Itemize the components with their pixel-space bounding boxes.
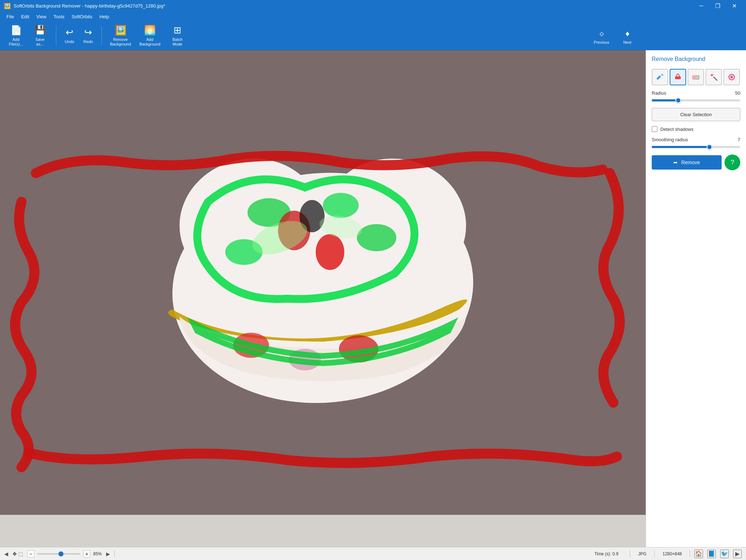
eraser-brush-tool-button[interactable] — [670, 69, 686, 85]
zoom-controls: − + 85% — [27, 550, 102, 557]
menu-edit[interactable]: Edit — [18, 13, 33, 21]
save-as-button[interactable]: 💾 Save as... — [28, 24, 52, 48]
zoom-out-button[interactable]: − — [27, 550, 34, 557]
facebook-icon-button[interactable]: 📘 — [707, 550, 716, 558]
app-icon: 🖼️ — [4, 3, 11, 9]
title-bar: 🖼️ SoftOrbits Background Remover - happy… — [0, 0, 746, 11]
redo-button[interactable]: ↪ Redo — [79, 24, 97, 48]
smoothing-radius-value: 7 — [730, 137, 740, 142]
svg-line-19 — [714, 77, 717, 80]
close-button[interactable]: ✕ — [726, 0, 742, 11]
tool-buttons-row — [652, 69, 740, 85]
previous-icon: ⬦ — [599, 27, 605, 39]
previous-label: Previous — [594, 40, 609, 44]
restore-button[interactable]: ❐ — [709, 0, 726, 11]
home-icon-button[interactable]: 🏠 — [694, 550, 703, 558]
clear-selection-button[interactable]: Clear Selection — [652, 108, 740, 121]
scroll-right-button[interactable]: ▶ — [106, 551, 110, 557]
remove-button[interactable]: ➡ Remove — [652, 155, 722, 170]
next-button[interactable]: ⬧ Next — [615, 24, 640, 48]
svg-point-9 — [315, 234, 344, 270]
scroll-left-button[interactable]: ◀ — [4, 551, 8, 557]
batch-mode-button[interactable]: ⊞ Batch Mode — [165, 24, 190, 48]
menu-file[interactable]: File — [3, 13, 18, 21]
remove-background-icon: 🖼️ — [115, 25, 126, 36]
detect-shadows-checkbox[interactable] — [652, 126, 657, 132]
dimensions-display: 1280×848 — [662, 551, 682, 556]
zoom-in-icon: + — [85, 551, 88, 557]
youtube-icon-button[interactable]: ▶ — [733, 550, 742, 558]
add-files-button[interactable]: 📄 Add File(s)... — [4, 24, 28, 48]
next-label: Next — [623, 40, 632, 44]
status-right: Time (s): 0.9 JPG 1280×848 🏠 📘 🐦 ▶ — [594, 550, 742, 558]
status-separator-1 — [114, 550, 115, 557]
radius-slider-section: Radius 50 — [652, 90, 740, 103]
radius-slider-fill — [652, 99, 678, 101]
radius-slider-thumb[interactable] — [675, 98, 681, 103]
batch-mode-label: Batch Mode — [172, 37, 182, 47]
help-icon: ? — [731, 159, 734, 166]
panel-title: Remove Background — [652, 56, 740, 62]
remove-row: ➡ Remove ? — [652, 155, 740, 170]
save-as-label: Save as... — [35, 37, 44, 47]
radius-label: Radius — [652, 90, 666, 96]
menu-tools[interactable]: Tools — [50, 13, 68, 21]
status-bar: ◀ ✥ ⬚ − + 85% ▶ Time (s): 0.9 JPG 1280×8… — [0, 547, 746, 560]
svg-point-22 — [731, 76, 733, 78]
eraser-tool-button[interactable] — [688, 69, 704, 85]
canvas-bottom-strip — [0, 515, 646, 547]
twitter-icon-button[interactable]: 🐦 — [720, 550, 729, 558]
add-background-button[interactable]: 🌅 Add Background — [136, 24, 164, 48]
format-display: JPG — [638, 551, 646, 556]
toolbar-separator-1 — [56, 26, 56, 46]
main-content: Remove Background Radius 50 — [0, 50, 746, 547]
canvas-area[interactable] — [0, 50, 646, 547]
add-files-label: Add File(s)... — [9, 37, 23, 47]
zoom-slider[interactable] — [37, 553, 80, 555]
redo-icon: ↪ — [84, 27, 92, 38]
smoothing-radius-label: Smoothing radius — [652, 137, 688, 142]
radius-slider-track[interactable] — [652, 99, 740, 101]
add-background-icon: 🌅 — [144, 25, 156, 36]
undo-label: Undo — [65, 39, 74, 44]
radius-value: 50 — [730, 90, 740, 96]
menu-help[interactable]: Help — [96, 13, 113, 21]
toolbar-separator-2 — [101, 26, 102, 46]
minimize-button[interactable]: ─ — [693, 0, 709, 11]
remove-background-button[interactable]: 🖼️ Remove Background — [106, 24, 135, 48]
zoom-in-button[interactable]: + — [83, 550, 90, 557]
undo-icon: ↩ — [66, 27, 73, 38]
artwork-svg — [0, 50, 646, 547]
time-display: Time (s): 0.9 — [594, 551, 618, 556]
smoothing-radius-slider-track[interactable] — [652, 146, 740, 148]
smoothing-radius-slider-section: Smoothing radius 7 — [652, 137, 740, 150]
zoom-level: 85% — [93, 551, 102, 556]
menu-bar: File Edit View Tools SoftOrbits Help — [0, 11, 746, 22]
previous-button[interactable]: ⬦ Previous — [589, 24, 614, 48]
svg-rect-18 — [693, 76, 696, 79]
save-as-icon: 💾 — [34, 25, 46, 36]
smoothing-radius-slider-thumb[interactable] — [707, 144, 712, 150]
help-button[interactable]: ? — [724, 155, 740, 170]
batch-mode-icon: ⊞ — [174, 25, 181, 36]
svg-point-5 — [323, 193, 359, 218]
toolbar: 📄 Add File(s)... 💾 Save as... ↩ Undo ↪ R… — [0, 22, 746, 50]
next-icon: ⬧ — [624, 27, 631, 39]
menu-softorbits[interactable]: SoftOrbits — [68, 13, 96, 21]
select-tool-button[interactable] — [723, 69, 740, 85]
svg-point-6 — [357, 224, 396, 251]
detect-shadows-label[interactable]: Detect shadows — [660, 127, 694, 132]
brush-tool-button[interactable] — [652, 69, 668, 85]
zoom-select-icon: ⬚ — [18, 551, 23, 557]
undo-button[interactable]: ↩ Undo — [61, 24, 79, 48]
svg-rect-16 — [675, 76, 681, 79]
canvas-controls: ✥ ⬚ — [13, 551, 23, 557]
magic-wand-tool-button[interactable] — [705, 69, 722, 85]
status-separator-4 — [690, 550, 690, 557]
menu-view[interactable]: View — [33, 13, 50, 21]
zoom-move-icon: ✥ — [13, 551, 17, 557]
status-separator-3 — [654, 550, 655, 557]
zoom-slider-thumb[interactable] — [58, 551, 63, 556]
status-separator-2 — [630, 550, 630, 557]
add-files-icon: 📄 — [10, 25, 22, 36]
